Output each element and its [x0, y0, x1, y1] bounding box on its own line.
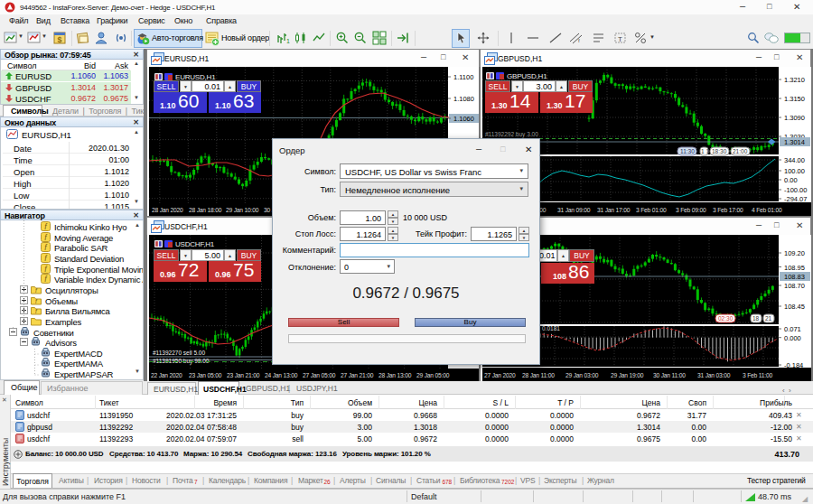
svg-text:31 Jan 17:00: 31 Jan 17:00 — [597, 207, 631, 213]
svg-text:344.00: 344.00 — [784, 156, 805, 164]
svg-text:#11391950 buy 99.00: #11391950 buy 99.00 — [153, 358, 210, 365]
svg-text:1.1100: 1.1100 — [453, 73, 473, 81]
svg-text:108.70: 108.70 — [784, 282, 805, 290]
svg-text:#11392292 buy 3.00: #11392292 buy 3.00 — [485, 131, 538, 138]
svg-text:28 Jan 13:00: 28 Jan 13:00 — [378, 372, 412, 378]
svg-text:0.0181: 0.0181 — [542, 325, 560, 331]
svg-text:27 Jan 05:00: 27 Jan 05:00 — [303, 372, 336, 378]
svg-text:1: 1 — [286, 38, 290, 44]
svg-text:29 Jan 19:00: 29 Jan 19:00 — [611, 372, 644, 378]
svg-text:3 Feb 09:00: 3 Feb 09:00 — [676, 207, 706, 213]
svg-text:109.20: 109.20 — [784, 249, 805, 257]
svg-text:1.3150: 1.3150 — [784, 95, 805, 103]
svg-text:3 Feb 11:00: 3 Feb 11:00 — [743, 372, 772, 378]
svg-text:1.1060: 1.1060 — [453, 115, 474, 123]
svg-text:0.000: 0.000 — [784, 334, 801, 342]
svg-text:1.3014: 1.3014 — [784, 138, 805, 146]
svg-text:21: 21 — [765, 315, 772, 322]
svg-text:23 Jan 05:00: 23 Jan 05:00 — [189, 372, 222, 378]
svg-text:0.071: 0.071 — [784, 325, 801, 333]
svg-text:108.95: 108.95 — [784, 264, 805, 272]
svg-text:T: T — [618, 35, 622, 43]
svg-text:18:30: 18:30 — [712, 148, 727, 154]
svg-text:28 Jan 11:00: 28 Jan 11:00 — [522, 372, 555, 378]
svg-text:-0.184: -0.184 — [784, 361, 803, 369]
svg-text:100.00: 100.00 — [784, 167, 805, 175]
svg-text:02:30: 02:30 — [718, 315, 734, 322]
svg-text:f: f — [578, 38, 580, 43]
svg-text:31 Jan 03:00: 31 Jan 03:00 — [697, 372, 731, 378]
svg-text:22 Jan 2020: 22 Jan 2020 — [151, 372, 182, 378]
svg-text:3 Feb 01:00: 3 Feb 01:00 — [636, 207, 667, 213]
svg-text:0.00: 0.00 — [784, 176, 798, 184]
svg-text:1.3090: 1.3090 — [784, 114, 805, 122]
svg-text:1.3210: 1.3210 — [784, 76, 805, 84]
svg-text:28 Jan 18:00: 28 Jan 18:00 — [189, 207, 222, 213]
svg-text:1 1: 1 1 — [701, 148, 709, 154]
svg-text:4 Feb 01:00: 4 Feb 01:00 — [752, 207, 782, 213]
svg-text:23 Jan 21:00: 23 Jan 21:00 — [227, 372, 260, 378]
svg-text:27 Jan 21:00: 27 Jan 21:00 — [341, 372, 374, 378]
svg-text:1.1080: 1.1080 — [453, 95, 474, 103]
svg-text:11:30: 11:30 — [680, 148, 695, 154]
svg-text:29 Jan 03:00: 29 Jan 03:00 — [565, 372, 599, 378]
svg-text:-294.07: -294.07 — [784, 195, 807, 203]
svg-text:31 Jan 09:00: 31 Jan 09:00 — [557, 207, 591, 213]
svg-text:108.45: 108.45 — [784, 303, 805, 311]
svg-text:$: $ — [57, 35, 61, 44]
svg-text:18: 18 — [752, 315, 760, 322]
svg-text:27 Jan 2020: 27 Jan 2020 — [484, 372, 516, 378]
svg-text:21:00: 21:00 — [733, 148, 748, 154]
svg-text:108.83: 108.83 — [784, 273, 805, 281]
svg-text:3 Feb 17:00: 3 Feb 17:00 — [713, 207, 743, 213]
svg-text:-100.00: -100.00 — [784, 186, 807, 194]
svg-text:28 Jan 2020: 28 Jan 2020 — [152, 207, 183, 213]
svg-text:24 Jan 13:00: 24 Jan 13:00 — [265, 372, 298, 378]
svg-text:29 Jan 10:00: 29 Jan 10:00 — [226, 207, 259, 213]
svg-text:30 Jan 11:00: 30 Jan 11:00 — [653, 372, 686, 378]
svg-text:#11392270 sell 5.00: #11392270 sell 5.00 — [153, 350, 205, 356]
svg-text:29 Jan 05:00: 29 Jan 05:00 — [416, 372, 450, 378]
